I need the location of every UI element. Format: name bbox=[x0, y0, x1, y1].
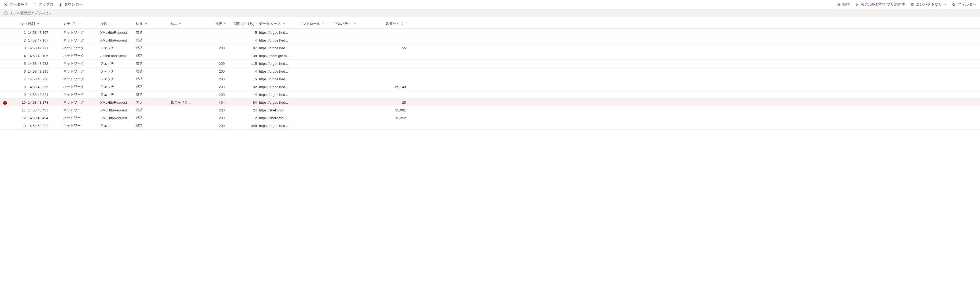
cell-result: 成功 bbox=[136, 69, 170, 74]
cell-time: 14:58:47.167 bbox=[28, 30, 63, 35]
col-control[interactable]: コントロール bbox=[299, 21, 334, 26]
cell-result: 成功 bbox=[136, 30, 170, 35]
cell-operation: AssetLoad.Script bbox=[100, 54, 136, 58]
cell-duration: 84 bbox=[227, 100, 259, 105]
filter-button[interactable]: フィルター bbox=[952, 2, 976, 7]
table-row[interactable]: 214:58:47.167ネットワークXMLHttpRequest成功4http… bbox=[0, 36, 980, 44]
col-category[interactable]: カテゴリ bbox=[63, 21, 100, 26]
cell-time: 14:58:48.278 bbox=[28, 100, 63, 105]
toolbar-right: 招待 モデル駆動型アプリの再生 コンパクトなリ フィルター bbox=[837, 2, 976, 7]
table-row[interactable]: 114:58:47.167ネットワークXMLHttpRequest成功5http… bbox=[0, 29, 980, 36]
cell-resp-size: 25,991 bbox=[368, 108, 408, 112]
cell-resp-size: 28 bbox=[368, 100, 408, 105]
cell-category: ネットワー bbox=[63, 123, 100, 128]
table-row[interactable]: 914:58:48.324ネットワークフェッチ成功2004https://org… bbox=[0, 91, 980, 98]
cell-category: ネットワーク bbox=[63, 100, 100, 105]
table-row[interactable]: 614:58:48.235ネットワークフェッチ成功2004https://org… bbox=[0, 68, 980, 75]
table-row[interactable]: 1214:58:48.494ネットワーXMLHttpRequest成功2002h… bbox=[0, 114, 980, 122]
toolbar: データをク アップロ ダウンロー 招待 モデル駆動型アプリの再生 bbox=[0, 0, 980, 9]
cell-time: 14:58:48.235 bbox=[28, 69, 63, 73]
table-row[interactable]: 414:58:48.106ネットワークAssetLoad.Script成功138… bbox=[0, 52, 980, 60]
cell-datasource: https://mem.gfx.m... bbox=[259, 54, 299, 58]
invite-button[interactable]: 招待 bbox=[837, 2, 850, 7]
error-icon bbox=[3, 101, 7, 105]
cell-id: 4 bbox=[11, 54, 28, 58]
chevron-down-icon bbox=[25, 22, 28, 26]
table-row[interactable]: 714:58:48.236ネットワークフェッチ成功2005https://org… bbox=[0, 75, 980, 83]
cell-category: ネットワーク bbox=[63, 53, 100, 58]
cell-status: 200 bbox=[195, 124, 227, 128]
grid-body: 114:58:47.167ネットワークXMLHttpRequest成功5http… bbox=[0, 29, 980, 130]
cell-category: ネットワーク bbox=[63, 77, 100, 81]
cell-status: 200 bbox=[195, 108, 227, 112]
replay-button[interactable]: モデル駆動型アプリの再生 bbox=[855, 2, 905, 7]
compact-button[interactable]: コンパクトなリ bbox=[910, 2, 947, 7]
col-property-label: プロパティ bbox=[334, 21, 352, 26]
col-operation[interactable]: 操作 bbox=[100, 21, 136, 26]
col-resp-size-label: 応答サイズ bbox=[386, 21, 403, 26]
table-row[interactable]: 1014:58:48.278ネットワークXMLHttpRequestエラー見つか… bbox=[0, 98, 980, 106]
col-time[interactable]: 時刻 bbox=[28, 21, 63, 26]
cell-category: ネットワーク bbox=[63, 61, 100, 66]
cell-operation: XMLHttpRequest bbox=[100, 108, 136, 112]
col-property[interactable]: プロパティ bbox=[334, 21, 368, 26]
clear-data-button[interactable]: データをク bbox=[4, 2, 28, 7]
info-bar: モデル駆動型アプリのセッ bbox=[0, 9, 980, 17]
cell-duration: 87 bbox=[227, 46, 259, 50]
replay-label: モデル駆動型アプリの再生 bbox=[861, 2, 905, 7]
table-row[interactable]: 514:58:48.233ネットワークフェッチ成功200115https://o… bbox=[0, 60, 980, 68]
cell-datasource: https://orgbe1fed... bbox=[259, 100, 299, 105]
cell-duration: 348 bbox=[227, 124, 259, 128]
cell-id: 1 bbox=[11, 30, 28, 35]
col-duration[interactable]: 期間 (ミリ秒) bbox=[227, 21, 259, 26]
col-result-detail[interactable]: 結... bbox=[170, 21, 195, 26]
col-result[interactable]: 結果 bbox=[136, 21, 170, 26]
cell-operation: フェッチ bbox=[100, 46, 136, 50]
col-id[interactable]: ID bbox=[11, 22, 28, 26]
cell-duration: 4 bbox=[227, 38, 259, 42]
col-status-label: 状態 bbox=[215, 21, 222, 26]
cell-duration: 5 bbox=[227, 77, 259, 81]
col-result-detail-label: 結... bbox=[170, 21, 177, 26]
search-icon bbox=[952, 3, 956, 7]
cell-category: ネットワー bbox=[63, 116, 100, 120]
cell-id: 9 bbox=[11, 93, 28, 97]
cell-operation: フェッ bbox=[100, 123, 136, 128]
clear-data-label: データをク bbox=[10, 2, 28, 7]
download-icon bbox=[59, 3, 62, 7]
download-button[interactable]: ダウンロー bbox=[59, 2, 83, 7]
cell-status: 404 bbox=[195, 100, 227, 105]
table-row[interactable]: 1314:58:50.922ネットワーフェッ成功200348https://or… bbox=[0, 122, 980, 130]
table-row[interactable]: 814:58:48.296ネットワークフェッチ成功20092https://or… bbox=[0, 83, 980, 91]
table-row[interactable]: 314:58:47.771ネットワークフェッチ成功20087https://or… bbox=[0, 44, 980, 52]
table-row[interactable]: 1114:58:48.453ネットワーXMLHttpRequest成功20024… bbox=[0, 106, 980, 114]
col-resp-size[interactable]: 応答サイズ bbox=[368, 21, 408, 26]
col-status[interactable]: 状態 bbox=[195, 21, 227, 26]
cell-duration: 115 bbox=[227, 62, 259, 66]
person-icon bbox=[837, 3, 841, 7]
chevron-down-icon bbox=[944, 3, 947, 7]
play-icon bbox=[855, 3, 859, 7]
cell-category: ネットワーク bbox=[63, 30, 100, 35]
cell-result: 成功 bbox=[136, 92, 170, 97]
cell-time: 14:58:48.494 bbox=[28, 116, 63, 120]
cell-result: 成功 bbox=[136, 116, 170, 120]
chevron-down-icon bbox=[109, 22, 112, 26]
compact-label: コンパクトなリ bbox=[916, 2, 942, 7]
cell-time: 14:58:47.167 bbox=[28, 38, 63, 42]
cell-datasource: https://orgbe1fed... bbox=[259, 30, 299, 35]
cell-id: 5 bbox=[11, 62, 28, 66]
cell-datasource: https://orgbe1fed... bbox=[259, 85, 299, 89]
upload-label: アップロ bbox=[38, 2, 54, 7]
upload-button[interactable]: アップロ bbox=[33, 2, 54, 7]
upload-icon bbox=[33, 3, 37, 7]
cell-result-detail: 見つかりま... bbox=[170, 100, 195, 105]
download-label: ダウンロー bbox=[64, 2, 83, 7]
info-bar-text: モデル駆動型アプリのセッ bbox=[10, 11, 52, 16]
cell-category: ネットワーク bbox=[63, 92, 100, 97]
cell-result: 成功 bbox=[136, 123, 170, 128]
cell-operation: フェッチ bbox=[100, 77, 136, 81]
cell-result: 成功 bbox=[136, 61, 170, 66]
col-category-label: カテゴリ bbox=[63, 21, 77, 26]
col-datasource[interactable]: データ ソース bbox=[259, 21, 299, 26]
